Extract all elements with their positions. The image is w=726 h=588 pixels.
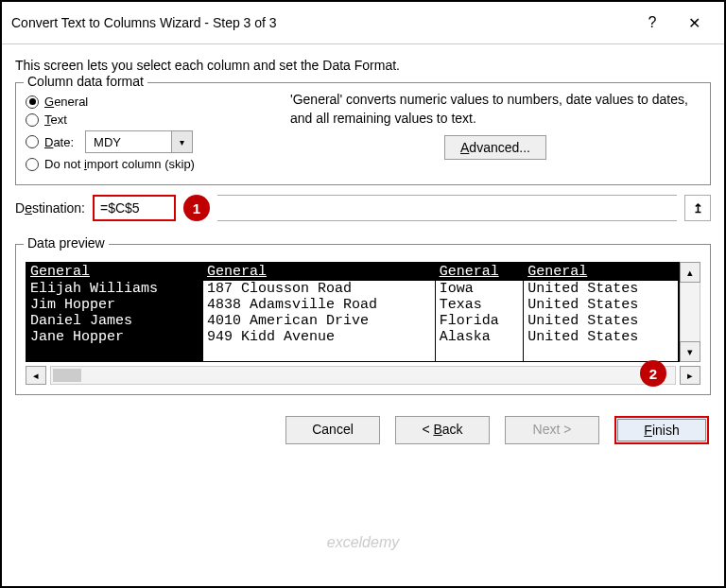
radio-text-label: Text xyxy=(44,112,67,127)
preview-header[interactable]: General xyxy=(435,263,524,281)
chevron-down-icon: ▾ xyxy=(171,131,192,152)
close-button[interactable]: ✕ xyxy=(673,9,715,36)
table-row: Jane Hopper949 Kidd AvenueAlaskaUnited S… xyxy=(26,329,679,345)
preview-header-row: General General General General xyxy=(26,263,679,281)
scroll-right-icon[interactable]: ▸ xyxy=(680,366,700,385)
titlebar: Convert Text to Columns Wizard - Step 3 … xyxy=(2,2,724,44)
description-text: This screen lets you select each column … xyxy=(15,58,711,73)
radio-date[interactable]: Date: MDY ▾ xyxy=(26,130,290,153)
watermark: exceldemy xyxy=(327,534,399,551)
date-format-value: MDY xyxy=(86,135,171,149)
scroll-track[interactable] xyxy=(680,283,700,341)
radio-icon xyxy=(26,135,39,148)
column-format-legend: Column data format xyxy=(24,74,147,89)
callout-2: 2 xyxy=(640,360,666,387)
data-preview-group: Data preview General General General Gen… xyxy=(15,244,711,395)
callout-1: 1 xyxy=(183,195,210,221)
radio-general[interactable]: General xyxy=(26,95,290,109)
scroll-up-icon[interactable]: ▴ xyxy=(680,262,700,283)
table-row: Daniel James4010 American DriveFloridaUn… xyxy=(26,313,679,329)
finish-button[interactable]: Finish xyxy=(614,416,709,444)
table-row: Jim Hopper 4838 Adamsville RoadTexas Uni… xyxy=(26,297,679,313)
data-preview-legend: Data preview xyxy=(24,235,109,251)
radio-general-label: General xyxy=(44,95,88,109)
collapse-dialog-icon[interactable]: ↥ xyxy=(684,195,711,221)
preview-header[interactable]: General xyxy=(203,263,436,281)
preview-grid[interactable]: General General General General Elijah W… xyxy=(26,262,680,362)
scroll-thumb[interactable] xyxy=(53,369,81,382)
advanced-button[interactable]: Advanced... xyxy=(444,135,546,160)
destination-input[interactable] xyxy=(93,195,176,221)
preview-header[interactable]: General xyxy=(524,263,679,281)
dialog-title: Convert Text to Columns Wizard - Step 3 … xyxy=(11,15,631,30)
table-row: Elijah Williams187 Clousson RoadIowaUnit… xyxy=(26,281,679,297)
radio-icon xyxy=(26,95,39,109)
column-format-group: Column data format General Text Date: xyxy=(15,82,711,185)
next-button: Next > xyxy=(505,416,599,444)
scroll-track[interactable] xyxy=(50,366,676,385)
radio-skip[interactable]: Do not import column (skip) xyxy=(26,157,290,171)
table-row xyxy=(26,345,679,361)
help-button[interactable]: ? xyxy=(631,9,673,36)
dialog: Convert Text to Columns Wizard - Step 3 … xyxy=(0,0,726,588)
cancel-button[interactable]: Cancel xyxy=(285,416,380,444)
date-format-select[interactable]: MDY ▾ xyxy=(85,130,193,153)
vertical-scrollbar[interactable]: ▴ ▾ xyxy=(680,262,700,362)
radio-icon xyxy=(26,158,39,171)
destination-field-extension[interactable] xyxy=(217,195,677,221)
back-button[interactable]: < Back xyxy=(395,416,490,444)
destination-row: Destination: 1 ↥ xyxy=(15,195,711,221)
dialog-content: This screen lets you select each column … xyxy=(2,44,724,403)
radio-skip-label: Do not import column (skip) xyxy=(44,157,195,171)
preview-header[interactable]: General xyxy=(26,263,203,281)
destination-label: Destination: xyxy=(15,200,85,216)
radio-date-label: Date: xyxy=(44,135,74,149)
format-note: 'General' converts numeric values to num… xyxy=(290,91,700,128)
radio-text[interactable]: Text xyxy=(26,112,290,127)
scroll-down-icon[interactable]: ▾ xyxy=(680,341,700,362)
horizontal-scrollbar[interactable]: ◂ 2 ▸ xyxy=(26,366,700,385)
radio-icon xyxy=(26,113,39,127)
button-row: Cancel < Back Next > Finish xyxy=(2,403,724,458)
scroll-left-icon[interactable]: ◂ xyxy=(26,366,46,385)
